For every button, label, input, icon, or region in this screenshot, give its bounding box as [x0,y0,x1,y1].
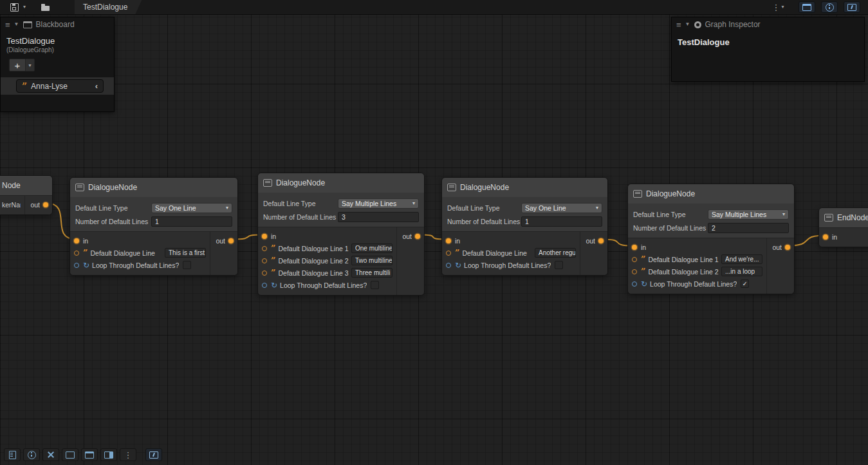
dialogue-line-field[interactable]: And we're... [721,254,762,264]
dialogue-line-field[interactable]: Another regu [535,248,576,258]
port-label: out [772,243,782,251]
dialogue-line-port[interactable] [632,257,637,262]
loop-port[interactable] [632,281,637,287]
port-row: in [628,241,766,253]
line-type-dropdown[interactable]: Say Multiple Lines▾ [708,209,789,220]
loop-port[interactable] [446,263,451,268]
node-end-node[interactable]: EndNodein [818,207,868,247]
blackboard-icon [23,21,32,28]
loop-checkbox[interactable] [183,261,191,269]
port-row: in [819,231,868,243]
loop-checkbox[interactable] [371,281,379,289]
port-label: in [455,237,460,245]
tools-button[interactable] [42,448,59,461]
add-property-button[interactable]: + [9,59,26,71]
port-row: ”Default Dialogue Line 2...in a loop [628,265,766,278]
line-type-dropdown[interactable]: Say Multiple Lines▾ [338,198,419,209]
collapse-caret-icon[interactable]: ▼ [14,22,19,27]
output-port[interactable] [228,238,234,243]
menu-icon[interactable]: ≡ [5,21,10,29]
input-port[interactable] [446,238,451,243]
blackboard-panel: ≡ ▼ Blackboard TestDialogue (DialogueGra… [0,17,115,112]
dialogue-line-port[interactable] [262,246,267,251]
inspector-toggle-button[interactable] [821,1,838,13]
property-row: Number of Default Lines3 [263,211,419,223]
dialogue-line-field[interactable]: ...in a loop [721,267,762,276]
line-type-dropdown[interactable]: Say One Line▾ [521,203,602,213]
input-ports: kerName [0,196,24,214]
number-of-lines-field[interactable]: 2 [708,223,789,233]
port-row: ↻Loop Through Default Lines? [442,259,580,271]
loop-icon: ↻ [455,261,461,269]
output-port[interactable] [598,238,604,243]
number-of-lines-field[interactable]: 1 [151,216,232,227]
blackboard-icon [802,4,811,11]
output-port[interactable] [785,245,790,250]
port-row: out [397,230,424,242]
node-properties: Default Line TypeSay Multiple Lines▾Numb… [258,193,424,227]
port-label: Default Dialogue Line 2 [648,268,718,276]
node-title-label: DialogueNode [88,183,137,192]
blackboard-entry-label: Anna-Lyse [31,82,91,91]
line-type-dropdown[interactable]: Say One Line▾ [151,203,232,213]
blackboard-toggle-button[interactable] [799,1,815,13]
dialogue-line-field[interactable]: One multiline [351,243,392,253]
dialogue-line-port[interactable] [446,251,451,256]
save-button[interactable] [8,1,21,14]
port-row: ↻Loop Through Default Lines? [258,279,396,291]
frame-icon [66,451,75,459]
loop-checkbox[interactable]: ✓ [741,280,749,288]
output-ports: out [25,196,52,214]
output-ports: out [580,232,607,275]
main-toolbar: ▾ TestDialogue ⋮ ▾ [0,0,868,15]
blackboard-entry[interactable]: ” Anna-Lyse ‹ [16,79,104,93]
node-speaker-node[interactable]: NodekerNameout [0,175,53,215]
dialogue-line-field[interactable]: This is a first [165,248,206,258]
port-label: in [271,232,276,240]
more-options-button[interactable]: ⋮ [120,448,136,461]
loop-port[interactable] [74,263,79,268]
save-options-button[interactable]: ▾ [21,1,28,14]
node-dialogue-node-4[interactable]: DialogueNodeDefault Line TypeSay Multipl… [627,184,795,294]
input-port[interactable] [262,234,267,239]
node-ports: in”Default Dialogue LineThis is a first↻… [70,231,237,275]
node-title-bar: DialogueNode [442,178,607,197]
property-row: Number of Default Lines1 [75,216,232,227]
inspector-button[interactable] [23,448,40,461]
output-port[interactable] [415,234,420,239]
input-port[interactable] [823,234,828,240]
dialogue-line-port[interactable] [632,269,637,274]
preview-button[interactable] [100,448,117,461]
overflow-menu-button[interactable]: ⋮ ▾ [771,1,784,14]
loop-checkbox[interactable] [555,261,563,269]
node-dialogue-node-3[interactable]: DialogueNodeDefault Line TypeSay One Lin… [441,177,608,276]
add-property-dropdown-button[interactable]: ▼ [26,59,35,71]
loop-port[interactable] [262,283,267,288]
node-dialogue-node-2[interactable]: DialogueNodeDefault Line TypeSay Multipl… [257,173,425,296]
code-preview-button[interactable] [145,448,162,461]
input-port[interactable] [632,245,637,250]
input-port[interactable] [74,238,79,243]
dialogue-line-field[interactable]: Three multili [351,268,392,278]
port-row: ↻Loop Through Default Lines? [70,259,210,271]
node-ports: kerNameout [0,195,52,214]
dialogue-line-port[interactable] [262,270,267,276]
frame-button[interactable] [62,448,78,461]
node-dialogue-node-1[interactable]: DialogueNodeDefault Line TypeSay One Lin… [69,177,238,276]
menu-icon[interactable]: ≡ [676,21,681,29]
number-of-lines-field[interactable]: 3 [338,212,419,222]
input-ports: in”Default Dialogue Line 1One multiline”… [258,227,396,295]
collapse-caret-icon[interactable]: ▼ [685,22,690,27]
output-port[interactable] [43,202,48,207]
node-ports: in”Default Dialogue LineAnother regu↻Loo… [442,231,607,275]
dialogue-line-port[interactable] [74,251,79,256]
dialogue-line-field[interactable]: Two multiline [351,256,392,265]
number-of-lines-field[interactable]: 1 [521,216,602,227]
dialogue-line-port[interactable] [262,258,267,263]
graph-tab[interactable]: TestDialogue [75,0,142,14]
blackboard-button[interactable] [81,448,98,461]
preview-toggle-button[interactable] [844,1,860,13]
open-graph-button[interactable] [39,1,51,14]
chevron-left-icon[interactable]: ‹ [95,82,98,90]
console-button[interactable] [4,448,21,461]
